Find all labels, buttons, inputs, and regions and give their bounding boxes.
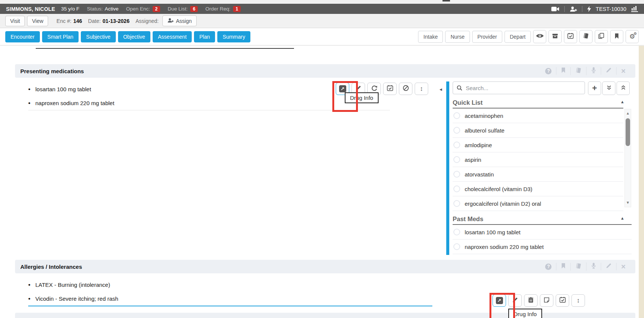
depart-button[interactable]: Depart <box>505 31 531 43</box>
edit-button[interactable] <box>601 67 616 75</box>
reorder-button[interactable]: ↕ <box>415 83 428 95</box>
section-title: Presenting medications <box>20 68 84 74</box>
help-button[interactable]: ? <box>541 68 556 74</box>
chart-icon[interactable] <box>631 6 638 12</box>
scroll-down-icon[interactable]: ▼ <box>625 200 631 205</box>
order-req-badge[interactable]: 1 <box>233 6 241 12</box>
allergy-item[interactable]: Vicodin - Severe itching; red rash <box>28 292 390 306</box>
assign-button[interactable]: Assign <box>162 15 197 26</box>
search-input[interactable] <box>453 81 585 94</box>
add-user-icon[interactable] <box>570 6 577 12</box>
book-button[interactable] <box>570 67 586 75</box>
bookmark-button[interactable] <box>556 263 570 270</box>
up-down-arrow-icon: ↕ <box>420 86 423 92</box>
bookmark-button[interactable] <box>610 30 623 43</box>
edit-button[interactable] <box>601 263 616 270</box>
window-fragment <box>442 0 450 2</box>
collapse-all-button[interactable] <box>602 81 615 95</box>
divider <box>564 6 565 12</box>
help-button[interactable]: ? <box>541 264 556 270</box>
quick-list-item[interactable]: atorvastatin <box>453 167 623 182</box>
collapse-panel-arrow-icon[interactable]: ◄ <box>439 87 443 92</box>
schedule-button[interactable] <box>383 83 397 95</box>
edit-button[interactable] <box>508 294 522 307</box>
tab-subjective[interactable]: Subjective <box>81 31 116 42</box>
quick-list-item[interactable]: ergocalciferol (vitamin D2) oral <box>453 196 623 211</box>
past-med-item[interactable]: losartan 100 mg tablet <box>453 225 632 240</box>
delete-button[interactable] <box>524 294 538 307</box>
visit-button[interactable]: Visit <box>5 16 25 26</box>
tab-smart-plan[interactable]: Smart Plan <box>42 31 79 42</box>
note-button[interactable] <box>540 294 553 307</box>
eye-icon <box>536 33 544 40</box>
book-button[interactable] <box>579 30 592 43</box>
allergies-header: Allergies / Intolerances ? × <box>15 260 635 273</box>
tab-assessment[interactable]: Assessment <box>153 31 192 42</box>
date-label: Date: <box>88 18 100 24</box>
top-chrome-strip <box>0 0 644 4</box>
status-value: Active <box>105 6 118 12</box>
discontinue-button[interactable] <box>399 83 412 95</box>
tab-plan[interactable]: Plan <box>194 31 215 42</box>
settings-button[interactable]: ⚙⚙ <box>626 30 639 43</box>
schedule-button[interactable] <box>556 294 569 307</box>
book-button[interactable] <box>570 263 586 271</box>
copy-button[interactable] <box>595 30 608 43</box>
quick-list-item[interactable]: aspirin <box>453 152 623 167</box>
quick-list: acetaminophen albuterol sulfate amlodipi… <box>453 109 623 211</box>
up-down-arrow-icon: ↕ <box>577 297 580 304</box>
view-button[interactable]: View <box>27 16 48 26</box>
archive-button[interactable] <box>549 30 562 43</box>
help-icon: ? <box>545 68 552 74</box>
reorder-button[interactable]: ↕ <box>571 294 585 307</box>
add-medication-button[interactable]: + <box>588 81 601 95</box>
dictate-button[interactable] <box>586 262 601 271</box>
video-camera-icon[interactable] <box>551 6 559 12</box>
collapse-section-icon[interactable]: ▲ <box>620 99 624 104</box>
eye-button[interactable] <box>533 30 546 43</box>
drug-info-button[interactable]: ↗ <box>492 294 506 307</box>
quick-list-scrollbar[interactable]: ▲ ▼ <box>624 109 631 207</box>
quick-list-item[interactable]: cholecalciferol (vitamin D3) <box>453 182 623 196</box>
dictate-button[interactable] <box>586 67 601 75</box>
intake-button[interactable]: Intake <box>418 31 443 43</box>
scrollbar-thumb[interactable] <box>626 118 630 146</box>
scroll-up-icon[interactable]: ▲ <box>625 111 631 116</box>
med-name: naproxen sodium 220 mg tablet <box>465 244 544 250</box>
med-name: cholecalciferol (vitamin D3) <box>465 186 532 192</box>
assigned-label: Assigned: <box>135 18 158 24</box>
nurse-button[interactable]: Nurse <box>445 31 470 43</box>
close-icon: × <box>621 67 626 75</box>
quick-list-item[interactable]: acetaminophen <box>453 109 623 123</box>
provider-button[interactable]: Provider <box>472 31 502 43</box>
allergy-toolbar: ↗ ↕ <box>492 294 585 307</box>
allergy-item[interactable]: LATEX - Burning (intolerance) <box>28 278 390 292</box>
medication-item[interactable]: naproxen sodium 220 mg tablet <box>28 96 390 110</box>
med-circle-icon <box>453 156 460 163</box>
open-enc-label: Open Enc: <box>126 6 150 12</box>
med-name: amlodipine <box>465 142 492 148</box>
close-button[interactable]: × <box>616 263 630 270</box>
quick-list-item[interactable]: amlodipine <box>453 138 623 152</box>
visit-bar: Visit View Enc #: 146 Date: 01-13-2026 A… <box>0 14 644 28</box>
calendar-check-button[interactable] <box>564 30 577 43</box>
open-enc-badge[interactable]: 2 <box>153 6 160 12</box>
past-med-item[interactable]: naproxen sodium 220 mg tablet <box>453 240 632 254</box>
quick-list-item[interactable]: albuterol sulfate <box>453 123 623 138</box>
close-button[interactable]: × <box>616 67 630 75</box>
archive-icon <box>552 33 558 41</box>
copy-icon <box>598 33 605 41</box>
bookmark-icon <box>614 33 619 41</box>
collapse-section-icon[interactable]: ▲ <box>620 216 624 220</box>
bookmark-button[interactable] <box>556 67 570 75</box>
book-icon <box>575 67 582 75</box>
drug-info-tooltip: Drug Info <box>508 309 542 318</box>
expand-all-button[interactable] <box>617 81 630 95</box>
tab-summary[interactable]: Summary <box>217 31 250 42</box>
divider <box>582 6 582 12</box>
lightning-icon[interactable] <box>587 6 591 12</box>
tab-objective[interactable]: Objective <box>118 31 150 42</box>
date-value: 01-13-2026 <box>103 18 130 24</box>
tab-encounter[interactable]: Encounter <box>5 31 40 42</box>
due-list-badge[interactable]: 6 <box>190 6 198 12</box>
